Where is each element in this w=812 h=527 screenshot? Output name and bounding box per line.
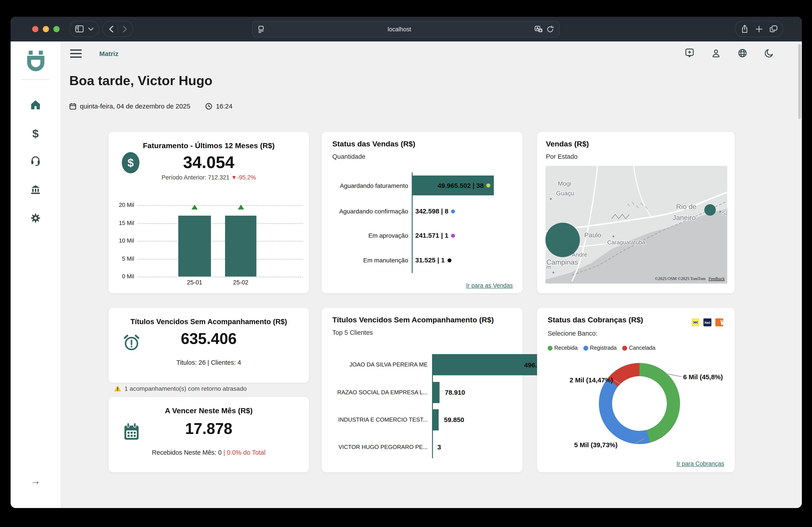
status-row-value: 342.598 | 8 [415, 200, 455, 222]
itau-logo[interactable]: itaú [704, 318, 711, 326]
up-triangle-icon [191, 205, 198, 210]
browser-titlebar: localhost [11, 17, 802, 42]
card-vendas-mapa: Vendas (R$) Por Estado [537, 132, 735, 293]
y-tick-label: 15 Mil [116, 220, 134, 226]
screen: localhost [0, 0, 812, 527]
gear-icon [30, 213, 41, 224]
top5-row-value: 59.850 [444, 409, 464, 431]
tab-overview-icon[interactable] [769, 25, 777, 33]
card-title: Vendas (R$) [546, 140, 589, 149]
arrow-right-icon: → [31, 476, 40, 487]
status-row-label: Em aprovação [322, 225, 408, 246]
map-place-label: Sã [722, 210, 727, 216]
legend-dot [548, 346, 552, 350]
map-place-label: Janeiro [672, 214, 696, 222]
globe-icon[interactable] [737, 48, 748, 58]
history-nav-group [102, 21, 133, 37]
share-icon[interactable] [741, 25, 748, 33]
back-icon[interactable] [109, 25, 113, 32]
kpi-subtitle: Recebidos Neste Mês: 0 | 0.0% do Total [108, 449, 309, 456]
address-bar[interactable]: localhost [252, 21, 560, 37]
bank-selector: itaú [692, 318, 723, 326]
warning-row: 1 acompanhamento(s) com retorno atrasado [108, 385, 314, 392]
legend-label: Registrada [590, 345, 617, 351]
card-title: Faturamento - Últimos 12 Meses (R$) [108, 141, 309, 150]
map-town-dot [550, 198, 552, 200]
time-text: 16:24 [216, 102, 232, 110]
top5-row-value: 3 [437, 437, 441, 458]
new-tab-icon[interactable] [755, 25, 762, 32]
status-bars: Aguardando faturamento49.965.502 | 38Agu… [322, 132, 522, 293]
sidebar-item-finance[interactable]: $ [11, 127, 60, 141]
bar [225, 216, 257, 276]
status-row-value: 31.525 | 1 [415, 249, 451, 271]
map-place-label: Paulo [584, 231, 601, 239]
zoom-button[interactable] [54, 26, 60, 32]
status-row-label: Aguardando faturamento [322, 175, 408, 197]
forward-icon[interactable] [122, 25, 127, 32]
gridline [138, 241, 303, 242]
banco-do-brasil-logo[interactable] [692, 318, 699, 326]
user-icon[interactable] [711, 48, 721, 58]
status-dot [451, 234, 455, 238]
top5-row-label: RAZAO SOCIAL DA EMPRESA L... [322, 382, 427, 403]
sidebar-item-settings[interactable] [11, 213, 60, 224]
card-status-vendas: Status das Vendas (R$) Quantidade Aguard… [322, 132, 522, 293]
sidebar-expand-button[interactable]: → [11, 476, 60, 487]
status-row-label: Em manutenção [322, 249, 408, 271]
window-actions-group [735, 21, 783, 37]
app-logo[interactable] [11, 48, 60, 73]
calendar-icon [69, 103, 76, 109]
sidebar-item-support[interactable] [11, 155, 60, 166]
status-row-bar: 49.965.502 | 38 [412, 176, 494, 195]
chevron-down-icon[interactable] [88, 27, 93, 31]
map-place-label: Rio de [676, 203, 697, 211]
legend-label: Cancelada [629, 345, 655, 351]
page-settings-icon[interactable] [258, 25, 264, 33]
translate-icon[interactable] [534, 25, 543, 33]
gridline [138, 223, 303, 224]
y-tick-label: 5 Mil [116, 255, 134, 262]
link-cobrancas[interactable]: Ir para Cobranças [677, 461, 724, 467]
top5-row-label: JOAO DA SILVA PEREIRA ME [322, 354, 427, 375]
breadcrumb: Matriz [99, 50, 118, 57]
card-title: Status das Cobranças (R$) [548, 316, 643, 325]
kpi-value: 17.878 [108, 420, 309, 437]
sidebar: $ [11, 42, 60, 508]
legend-item: Recebida [548, 345, 578, 351]
map-town-dot [552, 272, 554, 273]
page-title: Boa tarde, Victor Hugo [69, 73, 213, 88]
legend-dot [583, 346, 588, 350]
home-icon [30, 100, 41, 110]
delta-down: ▼-95.2% [231, 174, 256, 181]
sales-bubble [546, 223, 580, 257]
link-vendas[interactable]: Ir para as Vendas [466, 282, 513, 289]
x-tick-label: 25-02 [223, 279, 258, 286]
slice-label: 5 Mil (39,73%) [574, 441, 618, 449]
top5-row-bar: 496.643 [432, 354, 552, 375]
minimize-button[interactable] [43, 26, 49, 32]
legend-item: Cancelada [622, 345, 655, 351]
card-titulos-vencidos: Títulos Vencidos Sem Acompanhamento (R$)… [108, 308, 309, 383]
sidebar-item-bank[interactable] [11, 184, 60, 195]
gridline [138, 205, 303, 206]
whats-new-icon[interactable] [684, 48, 695, 58]
gridline [138, 276, 303, 277]
donut-chart [599, 363, 680, 444]
sidebar-toggle-icon[interactable] [75, 25, 84, 33]
card-a-vencer: A Vencer Neste Mês (R$) [108, 397, 309, 472]
close-button[interactable] [32, 26, 39, 32]
sales-bubble [704, 204, 716, 216]
reload-icon[interactable] [547, 25, 554, 33]
sidebar-item-home[interactable] [11, 100, 60, 110]
x-tick-label: 25-01 [177, 279, 212, 286]
kpi-value: 635.406 [108, 330, 309, 347]
slice-label: 6 Mil (45,8%) [683, 373, 723, 380]
feedback-link[interactable]: Feedback [709, 276, 725, 281]
dark-mode-icon[interactable] [764, 48, 773, 58]
menu-button[interactable] [70, 49, 82, 58]
map[interactable]: MogiGuaçuCampinasRio deJaneiroPauloCarag… [546, 166, 727, 284]
legend-item: Registrada [583, 345, 617, 351]
status-row-value: 49.965.502 | 38 [437, 182, 484, 189]
orange-bank-logo[interactable] [715, 318, 723, 326]
